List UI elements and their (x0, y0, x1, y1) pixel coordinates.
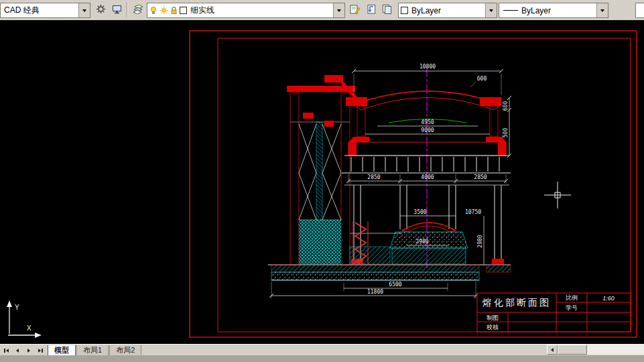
scale-value: 1:60 (602, 295, 615, 302)
color-value: ByLayer (408, 6, 441, 15)
layer-lock-icon[interactable] (170, 6, 178, 15)
dim-inner-span: 4950 (421, 119, 434, 125)
workspace-settings-button[interactable] (93, 2, 109, 17)
dim-crown-rise: 600 (503, 101, 509, 111)
dim-tank-span: 9000 (421, 127, 434, 133)
ucs-x-label: X (27, 324, 31, 332)
display-settings-button[interactable] (109, 2, 125, 17)
checkerwork (299, 220, 341, 265)
toolbar-separator (127, 2, 128, 17)
scale-label: 比例 (566, 294, 578, 301)
tab-model-label: 模型 (54, 345, 69, 355)
last-tab-button[interactable] (35, 346, 46, 355)
checker-label: 校核 (487, 324, 499, 330)
tab-layout2-label: 布局2 (116, 345, 135, 355)
scrollbar-thumb[interactable] (558, 345, 587, 355)
linetype-dropdown[interactable]: ByLayer (499, 3, 608, 18)
chevron-down-icon[interactable] (596, 3, 608, 17)
chevron-down-icon[interactable] (333, 3, 344, 17)
drawing-svg: 10800 600 4950 9000 2850 4000 2850 3500 … (0, 20, 644, 344)
first-tab-button[interactable] (1, 346, 11, 355)
dim-lower-height: 2980 (477, 235, 483, 247)
ucs-y-label: Y (15, 304, 19, 311)
scrollbar-track[interactable] (558, 345, 644, 355)
student-label: 学号 (566, 304, 578, 311)
bottom-arch (390, 223, 468, 264)
dim-left-bay: 2850 (367, 174, 380, 180)
sheet-arrow-icon (366, 4, 376, 16)
linetype-sample-icon (503, 10, 518, 11)
dim-breast-height: 500 (503, 128, 509, 138)
ucs-icon: Y X (7, 300, 42, 338)
skewback-right (480, 97, 501, 106)
make-object-layer-current-button[interactable] (347, 2, 363, 17)
dim-crown-thickness: 600 (477, 76, 487, 82)
top-toolbar: CAD 经典 细实线 (0, 0, 644, 21)
port-box (324, 75, 343, 82)
layer-color-swatch-icon[interactable] (180, 7, 187, 14)
chevron-down-icon[interactable] (78, 3, 90, 17)
tab-model[interactable]: 模型 (48, 345, 76, 356)
horizontal-scrollbar[interactable] (547, 345, 644, 355)
prev-tab-button[interactable] (12, 346, 23, 355)
color-swatch-icon (401, 7, 408, 14)
steel-frame (342, 156, 511, 173)
tab-layout2[interactable]: 布局2 (109, 345, 141, 356)
crosshair-cursor[interactable] (544, 182, 571, 208)
command-area-edge (0, 355, 644, 362)
dim-overall-height: 10750 (465, 209, 481, 215)
chevron-down-icon[interactable] (485, 3, 497, 17)
skewback-left (346, 97, 367, 106)
title-block: 熔化部断面图 比例 1:60 学号 制图 校核 (477, 293, 631, 332)
gear-icon (96, 4, 106, 16)
model-space-canvas[interactable]: 10800 600 4950 9000 2850 4000 2850 3500 … (0, 20, 644, 344)
foundation (268, 265, 511, 280)
tab-layout1[interactable]: 布局1 (76, 345, 109, 356)
dim-top-width: 10800 (420, 64, 436, 70)
autocad-window: CAD 经典 细实线 (0, 0, 644, 362)
lineweight-dropdown-partial[interactable] (635, 3, 644, 18)
color-dropdown[interactable]: ByLayer (398, 3, 497, 18)
dim-lower-span: 2980 (415, 239, 428, 245)
sheet-pencil-icon (350, 4, 360, 16)
layer-dropdown[interactable]: 细实线 (147, 3, 345, 18)
layer-properties-button[interactable] (130, 2, 145, 17)
dim-right-bay: 2850 (474, 174, 487, 180)
crown-arch (346, 91, 501, 110)
dim-foundation-span: 6500 (389, 282, 401, 288)
sheet-frame (190, 31, 637, 337)
tab-layout1-label: 布局1 (83, 345, 102, 355)
drawing-title: 熔化部断面图 (482, 297, 551, 308)
workspace-value: CAD 经典 (1, 5, 40, 16)
layer-previous-button[interactable] (363, 2, 379, 17)
drafter-label: 制图 (487, 314, 499, 321)
layer-states-button[interactable] (379, 2, 395, 17)
workspace-dropdown[interactable]: CAD 经典 (0, 3, 90, 18)
monitor-icon (112, 4, 122, 16)
dim-center-bay: 4000 (421, 174, 434, 180)
scroll-left-button[interactable] (547, 345, 558, 355)
layer-on-bulb-icon[interactable] (149, 6, 157, 15)
layer-value: 细实线 (187, 5, 214, 16)
dim-arch-span: 3500 (413, 209, 426, 215)
next-tab-button[interactable] (23, 346, 34, 355)
layers-icon (133, 4, 143, 16)
stacked-sheets-icon (382, 4, 392, 16)
layer-freeze-sun-icon[interactable] (159, 6, 168, 15)
dim-base-width: 11800 (367, 289, 383, 295)
linetype-value: ByLayer (518, 6, 551, 15)
